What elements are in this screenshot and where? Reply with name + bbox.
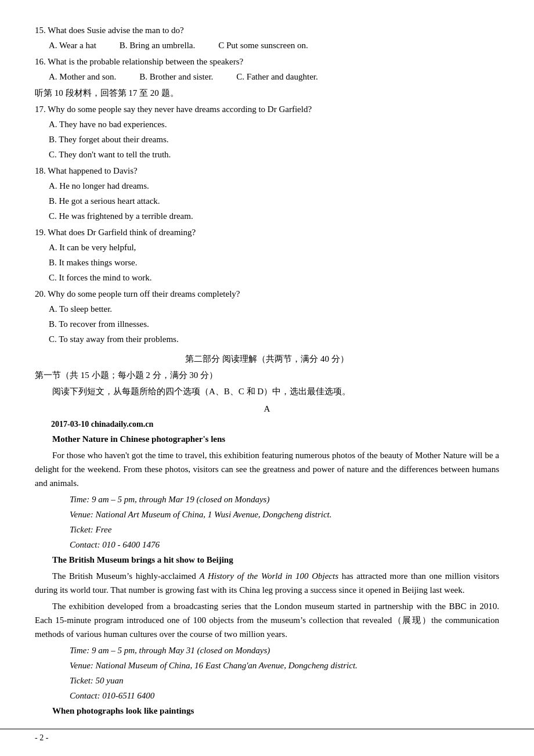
q15-option-c: C Put some sunscreen on. (218, 38, 308, 52)
reading-instruction: 阅读下列短文，从每题所给的四个选项（A、B、C 和 D）中，选出最佳选项。 (35, 384, 499, 398)
question-20: 20. Why do some people turn off their dr… (35, 287, 499, 346)
q20-option-c: C. To stay away from their problems. (35, 332, 499, 346)
article-a1-para1: For those who haven't got the time to tr… (35, 448, 499, 490)
question-17: 17. Why do some people say they never ha… (35, 102, 499, 161)
q16-option-a: A. Mother and son. (49, 70, 116, 84)
article-a1-venue: Venue: National Art Museum of China, 1 W… (35, 507, 499, 521)
q16-option-b: B. Brother and sister. (139, 70, 213, 84)
section2-sub: 第一节（共 15 小题；每小题 2 分，满分 30 分） (35, 368, 499, 382)
article-a2-contact: Contact: 010-6511 6400 (35, 689, 499, 703)
q20-text: 20. Why do some people turn off their dr… (35, 287, 499, 301)
q19-option-b: B. It makes things worse. (35, 255, 499, 269)
article-a2-venue: Venue: National Museum of China, 16 East… (35, 658, 499, 672)
q19-text: 19. What does Dr Garfield think of dream… (35, 225, 499, 239)
question-16: 16. What is the probable relationship be… (35, 55, 499, 84)
q15-option-a: A. Wear a hat (49, 38, 96, 52)
question-19: 19. What does Dr Garfield think of dream… (35, 225, 499, 285)
q17-option-b: B. They forget about their dreams. (35, 132, 499, 146)
article-a3-title: When photographs look like paintings (35, 704, 499, 718)
q16-text: 16. What is the probable relationship be… (35, 55, 499, 69)
q18-text: 18. What happened to Davis? (35, 164, 499, 178)
q19-option-c: C. It forces the mind to work. (35, 271, 499, 285)
page-number: - 2 - (35, 733, 48, 742)
q15-text: 15. What does Susie advise the man to do… (35, 23, 499, 37)
q15-option-b: B. Bring an umbrella. (120, 38, 195, 52)
q17-option-c: C. They don't want to tell the truth. (35, 147, 499, 161)
article-a1-ticket: Ticket: Free (35, 523, 499, 537)
q18-option-c: C. He was frightened by a terrible dream… (35, 209, 499, 223)
article-a2-title: The British Museum brings a hit show to … (35, 553, 499, 567)
q20-option-a: A. To sleep better. (35, 302, 499, 316)
section2-header: 第二部分 阅读理解（共两节，满分 40 分） (35, 352, 499, 366)
article-a1-title: Mother Nature in Chinese photographer's … (35, 432, 499, 446)
q15-options: A. Wear a hat B. Bring an umbrella. C Pu… (35, 38, 499, 52)
article-a2-ticket: Ticket: 50 yuan (35, 674, 499, 687)
section-10-header: 听第 10 段材料，回答第 17 至 20 题。 (35, 86, 499, 100)
q20-option-b: B. To recover from illnesses. (35, 317, 499, 331)
q18-option-b: B. He got a serious heart attack. (35, 194, 499, 208)
page-footer: - 2 - (0, 729, 534, 744)
question-18: 18. What happened to Davis? A. He no lon… (35, 164, 499, 223)
q16-option-c: C. Father and daughter. (236, 70, 317, 84)
article-a1-contact: Contact: 010 - 6400 1476 (35, 538, 499, 552)
q17-text: 17. Why do some people say they never ha… (35, 102, 499, 116)
article-a2-time: Time: 9 am – 5 pm, through May 31 (close… (35, 643, 499, 657)
q16-options: A. Mother and son. B. Brother and sister… (35, 70, 499, 84)
article-a2-para1: The British Museum’s highly-acclaimed A … (35, 569, 499, 597)
q19-option-a: A. It can be very helpful, (35, 240, 499, 254)
q17-option-a: A. They have no bad experiences. (35, 117, 499, 131)
article-a2-para2: The exhibition developed from a broadcas… (35, 599, 499, 641)
article-a1-time: Time: 9 am – 5 pm, through Mar 19 (close… (35, 492, 499, 506)
q18-option-a: A. He no longer had dreams. (35, 179, 499, 193)
question-15: 15. What does Susie advise the man to do… (35, 23, 499, 52)
passage-label-a: A (35, 402, 499, 416)
article-a1-date: 2017-03-10 chinadaily.com.cn (35, 418, 499, 431)
